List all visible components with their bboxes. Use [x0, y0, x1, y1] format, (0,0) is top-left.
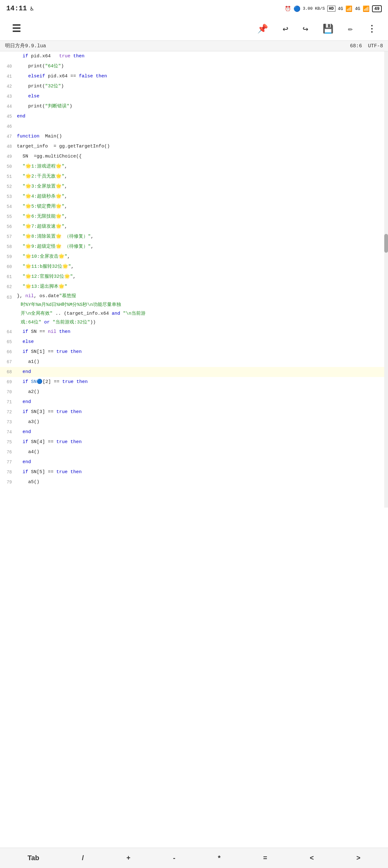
table-row: 78 if SN[5] == true then	[0, 467, 388, 477]
table-row: 66 if SN[1] == true then	[0, 347, 388, 357]
table-row: 50 "🌟1:游戏进程🌟",	[0, 162, 388, 172]
table-row: 69 if SN🔵[2] == true then	[0, 377, 388, 387]
table-row: 57 "🌟8:清除装置🌟 （待修复）",	[0, 232, 388, 242]
table-row: 53 "🌟4:超级秒杀🌟",	[0, 192, 388, 202]
signal-4g-1: 4G	[338, 6, 343, 11]
gt-button[interactable]: >	[351, 851, 366, 865]
table-row: 64 if SN == nil then	[0, 327, 388, 337]
table-row: 75 if SN[4] == true then	[0, 437, 388, 447]
table-row: 65 else	[0, 337, 388, 347]
table-row: 60 "🌟11:b服转32位🌟",	[0, 262, 388, 272]
table-row: 54 "🌟5:锁定费用🌟",	[0, 202, 388, 212]
scrollbar-thumb[interactable]	[384, 234, 388, 253]
table-row: if pid.x64 true then	[0, 51, 388, 61]
table-row: 42 print("32位")	[0, 82, 388, 91]
table-row: 40 print("64位")	[0, 61, 388, 71]
file-info-bar: 明日方舟9.9.lua 68:6 UTF-8	[0, 41, 388, 51]
table-row: 49 SN =gg.multiChoice({	[0, 152, 388, 162]
table-row: 74 end	[0, 427, 388, 437]
file-position-encoding: 68:6 UTF-8	[350, 43, 383, 49]
table-row: 73 a3()	[0, 417, 388, 427]
table-row: 77 end	[0, 457, 388, 467]
equals-button[interactable]: =	[258, 851, 273, 865]
edit-icon[interactable]: ✏️	[346, 23, 355, 35]
table-row: 62 "🌟13:退出脚本🌟"	[0, 282, 388, 292]
more-icon[interactable]: ⋮	[365, 22, 379, 35]
table-row: 63 }, nil, os.date"慕悠报 时%Y年%m月%d日%H时%M分%…	[0, 292, 388, 327]
save-icon[interactable]: 💾	[320, 22, 336, 35]
plus-button[interactable]: +	[121, 851, 136, 865]
code-block: if pid.x64 true then 40 print("64位") 41 …	[0, 51, 388, 507]
table-row: 44 print("判断错误")	[0, 101, 388, 112]
table-row: 47 function Main()	[0, 131, 388, 142]
table-row: 68 end	[0, 367, 388, 377]
table-row: 61 "🌟12:官服转32位🌟",	[0, 272, 388, 282]
table-row: 55 "🌟6:无限技能🌟",	[0, 212, 388, 222]
table-row: 51 "🌟2:干员无敌🌟",	[0, 172, 388, 182]
pin-icon[interactable]: 📌	[255, 22, 271, 35]
table-row: 67 a1()	[0, 357, 388, 367]
menu-icon[interactable]: ☰	[9, 21, 24, 36]
table-row: 52 "🌟3:全屏放置🌟",	[0, 182, 388, 192]
table-row: 59 "🌟10:全屏攻击🌟",	[0, 252, 388, 262]
bluetooth-icon: 🔵	[293, 5, 300, 12]
battery-level: 49	[372, 5, 382, 12]
table-row: 71 end	[0, 397, 388, 407]
accessibility-icon: ♿	[30, 5, 34, 12]
bottom-bar: Tab / + - * = < >	[0, 848, 388, 868]
status-icons: ⏰ 🔵 3.00 KB/S HD 4G 📶 4G 📶 49	[285, 5, 382, 12]
toolbar: ☰ 📌 ↩ ↪ 💾 ✏️ ⋮	[0, 17, 388, 41]
table-row: 46	[0, 122, 388, 131]
alarm-icon: ⏰	[285, 6, 291, 12]
minus-button[interactable]: -	[167, 851, 181, 865]
table-row: 58 "🌟9:超级定怪🌟 （待修复）",	[0, 242, 388, 252]
signal-bars-2: 📶	[363, 5, 369, 12]
scrollbar[interactable]	[384, 51, 388, 507]
status-time: 14:11	[6, 5, 27, 12]
table-row: 48 target_info = gg.getTargetInfo()	[0, 142, 388, 152]
toolbar-right: 📌 ↩ ↪ 💾 ✏️ ⋮	[255, 22, 379, 36]
star-button[interactable]: *	[212, 851, 226, 865]
status-bar: 14:11 ♿ ⏰ 🔵 3.00 KB/S HD 4G 📶 4G 📶 49	[0, 0, 388, 17]
slash-button[interactable]: /	[76, 851, 90, 865]
lt-button[interactable]: <	[304, 851, 320, 865]
filename: 明日方舟9.9.lua	[5, 42, 46, 49]
table-row: 41 elseif pid.x64 == false then	[0, 71, 388, 82]
table-row: 76 a4()	[0, 447, 388, 457]
code-area[interactable]: if pid.x64 true then 40 print("64位") 41 …	[0, 51, 388, 507]
signal-bars-1: 📶	[346, 5, 352, 12]
table-row: 72 if SN[3] == true then	[0, 407, 388, 417]
signal-4g-2: 4G	[355, 6, 360, 11]
table-row: 79 a5()	[0, 477, 388, 487]
redo-icon[interactable]: ↪	[300, 22, 311, 36]
table-row: 70 a2()	[0, 387, 388, 397]
table-row: 45 end	[0, 112, 388, 122]
undo-icon[interactable]: ↩	[280, 22, 291, 36]
hd-icon: HD	[327, 6, 335, 11]
tab-button[interactable]: Tab	[22, 851, 45, 865]
network-speed: 3.00 KB/S	[303, 6, 325, 11]
table-row: 56 "🌟7:超级攻速🌟",	[0, 222, 388, 232]
table-row: 43 else	[0, 91, 388, 101]
